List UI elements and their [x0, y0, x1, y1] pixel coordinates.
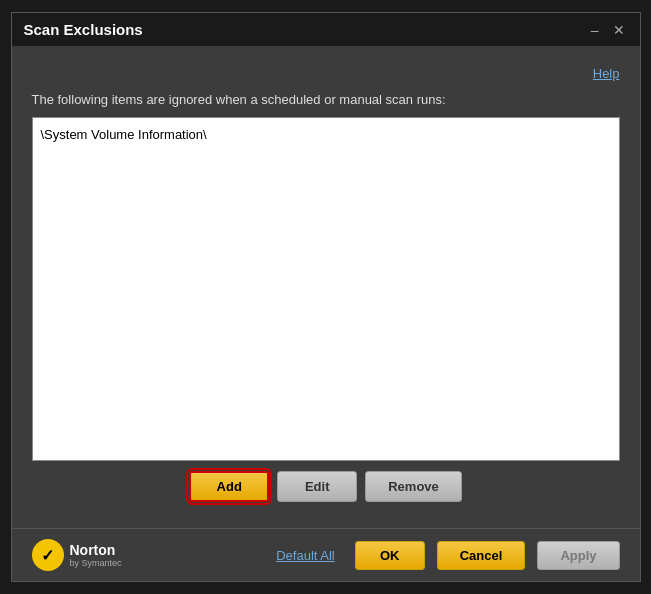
dialog-title: Scan Exclusions — [24, 21, 143, 38]
norton-logo: ✓ Norton by Symantec — [32, 539, 122, 571]
add-button[interactable]: Add — [189, 471, 269, 502]
norton-check-icon: ✓ — [32, 539, 64, 571]
default-all-container: Default All — [276, 546, 335, 564]
apply-button[interactable]: Apply — [537, 541, 619, 570]
titlebar-controls: – ✕ — [588, 23, 628, 37]
titlebar: Scan Exclusions – ✕ — [12, 13, 640, 46]
main-content: Help The following items are ignored whe… — [12, 46, 640, 528]
ok-button[interactable]: OK — [355, 541, 425, 570]
help-link-container: Help — [32, 64, 620, 82]
close-button[interactable]: ✕ — [610, 23, 628, 37]
minimize-button[interactable]: – — [588, 23, 602, 37]
norton-sub: by Symantec — [70, 558, 122, 568]
norton-name: Norton — [70, 542, 122, 558]
exclusions-list[interactable]: \System Volume Information\ — [32, 117, 620, 461]
footer: ✓ Norton by Symantec Default All OK Canc… — [12, 528, 640, 581]
help-link[interactable]: Help — [593, 66, 620, 81]
remove-button[interactable]: Remove — [365, 471, 462, 502]
default-all-link[interactable]: Default All — [276, 548, 335, 563]
description-text: The following items are ignored when a s… — [32, 92, 620, 107]
list-action-buttons: Add Edit Remove — [32, 471, 620, 502]
edit-button[interactable]: Edit — [277, 471, 357, 502]
exclusion-item: \System Volume Information\ — [41, 126, 611, 144]
scan-exclusions-dialog: Scan Exclusions – ✕ Help The following i… — [11, 12, 641, 582]
cancel-button[interactable]: Cancel — [437, 541, 526, 570]
norton-text: Norton by Symantec — [70, 542, 122, 568]
